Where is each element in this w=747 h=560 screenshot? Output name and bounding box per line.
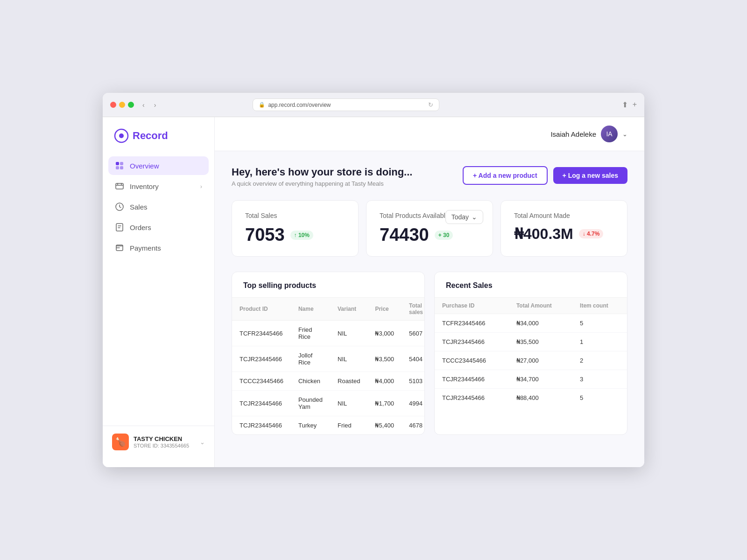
log-sales-button[interactable]: + Log a new sales xyxy=(553,167,627,184)
table-row[interactable]: TCJR23445466Pounded YamNIL₦1,7004994 xyxy=(232,391,425,416)
table-cell: 3 xyxy=(572,370,627,389)
page-content: Hey, here's how your store is doing... A… xyxy=(215,151,644,450)
table-row[interactable]: TCJR23445466TurkeyFried₦5,4004678 xyxy=(232,416,425,435)
table-row[interactable]: TCFR23445466Fried RiceNIL₦3,0005607 xyxy=(232,321,425,346)
logo-area: Record xyxy=(103,128,214,156)
store-info: TASTY CHICKEN STORE ID: 3343554665 xyxy=(134,435,195,448)
header-actions: + Add a new product + Log a new sales xyxy=(463,166,627,185)
sidebar-item-payments[interactable]: Payments xyxy=(108,238,209,257)
svg-rect-4 xyxy=(116,166,119,169)
sidebar-item-sales-label: Sales xyxy=(130,203,148,211)
inventory-icon xyxy=(115,182,124,191)
top-selling-card: Top selling products Product ID Name Var… xyxy=(232,272,425,435)
maximize-button[interactable] xyxy=(128,102,134,108)
date-filter-label: Today xyxy=(451,213,469,221)
svg-rect-6 xyxy=(116,183,123,189)
recent-sales-title: Recent Sales xyxy=(435,272,627,297)
table-row[interactable]: TCJR23445466Jollof RiceNIL₦3,5005404 xyxy=(232,346,425,372)
app-name: Record xyxy=(133,130,168,142)
table-cell: ₦34,000 xyxy=(509,314,572,333)
main-content: Isaiah Adeleke IA ⌄ Hey, here's how your… xyxy=(215,117,644,467)
svg-rect-2 xyxy=(116,162,119,165)
table-row[interactable]: TCFR23445466₦34,0005 xyxy=(435,314,627,333)
sidebar-item-inventory-label: Inventory xyxy=(130,182,159,190)
table-cell: 5 xyxy=(572,314,627,333)
forward-button[interactable]: › xyxy=(151,99,159,111)
user-area[interactable]: Isaiah Adeleke IA ⌄ xyxy=(550,126,627,142)
back-button[interactable]: ‹ xyxy=(140,99,148,111)
table-cell: 5404 xyxy=(402,346,425,372)
col-total-sales: Total sales xyxy=(402,298,425,321)
total-products-value-row: 74430 + 30 xyxy=(380,225,479,245)
table-cell: ₦4,000 xyxy=(367,372,402,391)
table-cell: TCFR23445466 xyxy=(232,321,291,346)
table-cell: Pounded Yam xyxy=(291,391,330,416)
table-cell: TCJR23445466 xyxy=(435,333,509,351)
table-cell: 5103 xyxy=(402,372,425,391)
table-cell: Turkey xyxy=(291,416,330,435)
recent-sales-header-row: Purchase ID Total Amount Item count xyxy=(435,298,627,314)
browser-navigation: ‹ › xyxy=(140,99,159,111)
table-cell: NIL xyxy=(330,346,367,372)
table-cell: ₦34,700 xyxy=(509,370,572,389)
sidebar: Record Overview xyxy=(103,117,215,467)
minimize-button[interactable] xyxy=(119,102,125,108)
user-chevron-icon: ⌄ xyxy=(622,131,627,138)
table-row[interactable]: TCCC23445466ChickenRoasted₦4,0005103 xyxy=(232,372,425,391)
table-cell: ₦35,500 xyxy=(509,333,572,351)
page-title-area: Hey, here's how your store is doing... A… xyxy=(232,166,412,187)
close-button[interactable] xyxy=(110,102,116,108)
share-icon[interactable]: ⬆ xyxy=(622,100,628,109)
table-cell: Fried Rice xyxy=(291,321,330,346)
table-cell: ₦88,400 xyxy=(509,389,572,407)
store-name: TASTY CHICKEN xyxy=(134,435,195,442)
traffic-lights xyxy=(110,102,134,108)
user-initials: IA xyxy=(606,130,612,138)
total-amount-value: ₦400.3M xyxy=(514,225,573,243)
table-row[interactable]: TCJR23445466₦35,5001 xyxy=(435,333,627,351)
address-bar[interactable]: 🔒 app.record.com/overview ↻ xyxy=(253,98,439,111)
tables-row: Top selling products Product ID Name Var… xyxy=(232,272,627,435)
table-cell: NIL xyxy=(330,391,367,416)
store-footer[interactable]: 🍗 TASTY CHICKEN STORE ID: 3343554665 ⌄ xyxy=(103,426,214,458)
total-products-badge: + 30 xyxy=(435,231,453,240)
table-row[interactable]: TCJR23445466₦88,4005 xyxy=(435,389,627,407)
orders-icon xyxy=(115,223,124,232)
svg-rect-8 xyxy=(116,224,123,231)
table-cell: 4678 xyxy=(402,416,425,435)
svg-rect-5 xyxy=(120,166,123,169)
col-price: Price xyxy=(367,298,402,321)
sidebar-item-inventory[interactable]: Inventory › xyxy=(108,177,209,196)
sales-icon xyxy=(115,202,124,211)
top-selling-title: Top selling products xyxy=(232,272,424,297)
total-sales-card: Total Sales 7053 ↑ 10% xyxy=(232,200,359,257)
total-amount-badge: ↓ 4.7% xyxy=(579,229,604,238)
table-row[interactable]: TCJR23445466₦34,7003 xyxy=(435,370,627,389)
table-cell: 4994 xyxy=(402,391,425,416)
col-item-count: Item count xyxy=(572,298,627,314)
store-id: STORE ID: 3343554665 xyxy=(134,443,195,448)
col-product-id: Product ID xyxy=(232,298,291,321)
sidebar-item-orders[interactable]: Orders xyxy=(108,218,209,237)
table-row[interactable]: TCCC23445466₦27,0002 xyxy=(435,351,627,370)
add-product-button[interactable]: + Add a new product xyxy=(463,166,548,185)
total-sales-label: Total Sales xyxy=(245,212,345,219)
table-cell: 5 xyxy=(572,389,627,407)
sidebar-item-sales[interactable]: Sales xyxy=(108,197,209,216)
top-selling-thead: Product ID Name Variant Price Total sale… xyxy=(232,298,425,321)
svg-rect-3 xyxy=(120,162,123,165)
user-name: Isaiah Adeleke xyxy=(550,130,596,138)
date-filter-chevron-icon: ⌄ xyxy=(472,213,477,221)
table-cell: ₦3,500 xyxy=(367,346,402,372)
table-cell: TCCC23445466 xyxy=(435,351,509,370)
store-avatar: 🍗 xyxy=(112,434,129,450)
reload-icon[interactable]: ↻ xyxy=(428,101,433,108)
sidebar-item-overview[interactable]: Overview xyxy=(108,156,209,175)
date-filter[interactable]: Today ⌄ xyxy=(445,210,483,224)
total-amount-value-row: ₦400.3M ↓ 4.7% xyxy=(514,225,614,243)
total-products-value: 74430 xyxy=(380,225,429,245)
table-cell: TCFR23445466 xyxy=(435,314,509,333)
new-tab-icon[interactable]: + xyxy=(633,100,637,109)
table-cell: Roasted xyxy=(330,372,367,391)
total-products-card: Today ⌄ Total Products Available 74430 +… xyxy=(366,200,493,257)
